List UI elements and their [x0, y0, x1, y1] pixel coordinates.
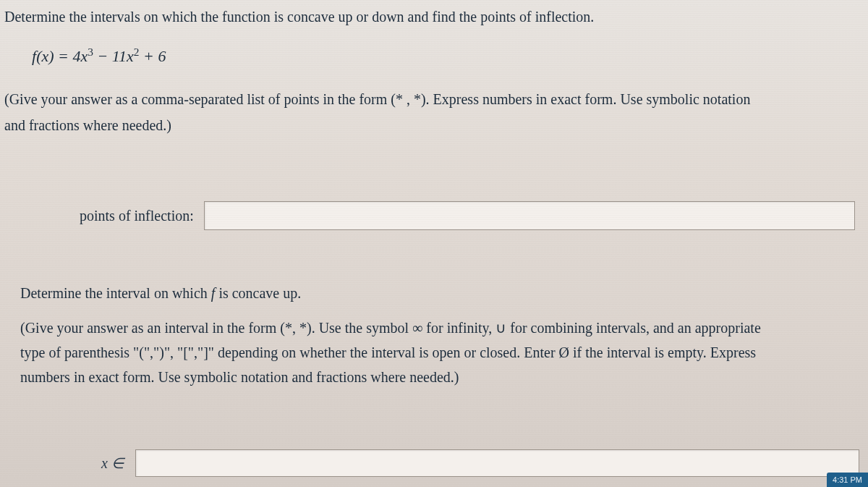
instructions-1-line2: and fractions where needed.): [4, 114, 864, 136]
instructions-1-line1: (Give your answer as a comma-separated l…: [4, 88, 864, 110]
section-2-title-prefix: Determine the interval on which: [20, 285, 211, 301]
section-2-title: Determine the interval on which f is con…: [20, 282, 864, 304]
answer-label-inflection: points of inflection:: [80, 205, 194, 226]
taskbar-clock: 4:31 PM: [827, 473, 868, 488]
problem-intro: Determine the intervals on which the fun…: [4, 6, 864, 27]
section-2-title-suffix: is concave up.: [215, 285, 301, 301]
equation-text: f(x) = 4x3 − 11x2 + 6: [32, 47, 166, 65]
answer-row-concave-up: x ∈: [51, 449, 868, 477]
instructions-2-line1: (Give your answer as an interval in the …: [20, 317, 864, 339]
concave-up-input[interactable]: [135, 449, 859, 477]
equation: f(x) = 4x3 − 11x2 + 6: [32, 43, 864, 68]
answer-label-concave-up: x ∈: [101, 452, 124, 474]
instructions-2-line3: numbers in exact form. Use symbolic nota…: [20, 366, 864, 388]
answer-row-inflection: points of inflection:: [80, 201, 864, 230]
instructions-2-line2: type of parenthesis "(",")", "[","]" dep…: [20, 342, 864, 363]
inflection-input[interactable]: [204, 201, 855, 230]
